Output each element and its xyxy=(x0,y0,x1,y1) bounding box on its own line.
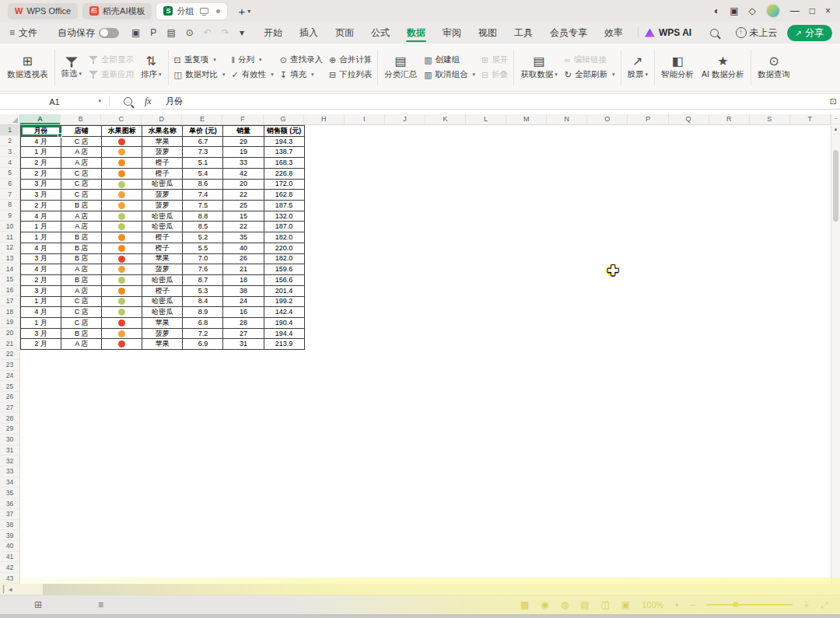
table-cell[interactable]: 5.3 xyxy=(183,285,223,296)
ribbon-button-取消组合[interactable]: ▥取消组合▾ xyxy=(424,69,475,80)
table-cell[interactable]: 25 xyxy=(223,201,264,211)
table-cell[interactable]: C 店 xyxy=(61,168,102,179)
column-header-F[interactable]: F xyxy=(222,114,263,124)
row-header-37[interactable]: 37 xyxy=(0,509,20,520)
table-cell[interactable]: 5.5 xyxy=(183,243,223,253)
table-cell[interactable]: 27 xyxy=(223,328,264,339)
table-cell[interactable]: A 店 xyxy=(61,285,102,296)
ribbon-button-数据透视表[interactable]: ⊞数据透视表 xyxy=(3,47,52,89)
table-cell[interactable]: 201.4 xyxy=(264,285,304,296)
row-header-29[interactable]: 29 xyxy=(0,424,20,435)
ribbon-tab-公式[interactable]: 公式 xyxy=(362,22,398,44)
table-cell[interactable] xyxy=(102,328,142,339)
column-header-G[interactable]: G xyxy=(264,114,304,124)
row-header-6[interactable]: 6 xyxy=(0,179,20,190)
row-header-30[interactable]: 30 xyxy=(0,435,20,445)
table-cell[interactable]: 8.8 xyxy=(183,211,223,222)
table-cell[interactable]: A 店 xyxy=(61,222,102,232)
ribbon-button-下拉列表[interactable]: ⊟下拉列表 xyxy=(329,69,372,80)
header-cell[interactable]: 水果名称 xyxy=(142,126,183,137)
table-cell[interactable]: 哈密瓜 xyxy=(142,307,183,318)
column-header-O[interactable]: O xyxy=(587,114,628,124)
ribbon-button-数据查询[interactable]: ⊙数据查询 xyxy=(754,47,794,89)
splitter-handle[interactable]: − xyxy=(831,114,840,124)
row-header-42[interactable]: 42 xyxy=(0,562,20,573)
ribbon-tab-效率[interactable]: 效率 xyxy=(596,22,632,44)
header-cell[interactable]: 销售额 (元) xyxy=(264,126,304,137)
table-cell[interactable] xyxy=(102,307,142,318)
table-cell[interactable]: 7.3 xyxy=(183,147,223,158)
table-cell[interactable]: 橙子 xyxy=(142,158,183,169)
table-cell[interactable]: 哈密瓜 xyxy=(142,222,183,232)
ribbon-tab-开始[interactable]: 开始 xyxy=(255,22,291,44)
table-cell[interactable]: 4 月 xyxy=(21,211,61,222)
vertical-scrollbar[interactable]: − ▴ xyxy=(831,114,840,584)
table-cell[interactable]: 苹果 xyxy=(142,317,183,328)
table-cell[interactable]: 3 月 xyxy=(21,190,61,201)
ribbon-button-合并计算[interactable]: ⊕合并计算 xyxy=(329,54,372,65)
print-preview-icon[interactable]: ⊙ xyxy=(186,27,194,38)
file-menu-button[interactable]: ≡ 文件 xyxy=(9,26,37,40)
table-cell[interactable]: 1 月 xyxy=(21,222,61,232)
row-header-10[interactable]: 10 xyxy=(0,221,20,232)
table-cell[interactable]: C 店 xyxy=(61,136,102,147)
column-header-E[interactable]: E xyxy=(182,114,222,124)
row-header-43[interactable]: 43 xyxy=(0,573,20,584)
table-cell[interactable]: 7.2 xyxy=(183,328,223,339)
row-header-25[interactable]: 25 xyxy=(0,381,20,392)
table-cell[interactable]: 7.6 xyxy=(183,264,223,275)
table-cell[interactable] xyxy=(102,275,142,286)
macro-record-icon[interactable]: ◍ xyxy=(561,599,569,610)
minimize-button[interactable]: — xyxy=(790,6,800,16)
zoom-level[interactable]: 100% xyxy=(642,600,663,609)
table-cell[interactable]: 4 月 xyxy=(21,136,61,147)
zoom-out-button[interactable]: − xyxy=(690,600,695,609)
table-cell[interactable]: 187.0 xyxy=(264,222,304,232)
sheet-tab-bar[interactable]: ▏◂ xyxy=(0,584,840,595)
table-cell[interactable]: 苹果 xyxy=(142,339,183,350)
column-header-S[interactable]: S xyxy=(750,114,790,124)
table-cell[interactable]: 6.7 xyxy=(183,136,223,147)
print-icon[interactable]: ▤ xyxy=(166,27,175,38)
table-cell[interactable]: 35 xyxy=(223,232,264,243)
zoom-in-button[interactable]: + xyxy=(804,600,809,609)
table-cell[interactable]: 159.6 xyxy=(264,264,304,275)
table-cell[interactable]: 5.4 xyxy=(183,168,223,179)
table-cell[interactable]: 菠萝 xyxy=(142,201,183,211)
table-cell[interactable] xyxy=(102,136,142,147)
column-header-H[interactable]: H xyxy=(304,114,345,124)
table-cell[interactable]: 182.0 xyxy=(264,232,304,243)
ribbon-button-分类汇总[interactable]: ▤分类汇总 xyxy=(380,47,421,89)
table-cell[interactable]: 194.3 xyxy=(264,136,304,147)
maximize-button[interactable]: □ xyxy=(810,6,815,16)
row-header-5[interactable]: 5 xyxy=(0,168,20,179)
table-cell[interactable]: C 店 xyxy=(61,307,102,318)
table-cell[interactable] xyxy=(102,243,142,253)
page-break-view-icon[interactable]: ▣ xyxy=(621,599,630,610)
close-button[interactable]: × xyxy=(825,6,831,16)
table-cell[interactable]: 199.2 xyxy=(264,296,304,307)
new-tab-button[interactable]: + xyxy=(238,5,245,17)
column-header-B[interactable]: B xyxy=(61,114,101,124)
row-header-36[interactable]: 36 xyxy=(0,498,20,509)
table-cell[interactable] xyxy=(102,296,142,307)
row-header-35[interactable]: 35 xyxy=(0,487,20,498)
ribbon-button-股票[interactable]: ↗股票▾ xyxy=(624,47,653,89)
table-cell[interactable]: 26 xyxy=(223,253,264,264)
table-cell[interactable] xyxy=(102,339,142,350)
column-header-K[interactable]: K xyxy=(425,114,466,124)
table-cell[interactable]: 190.4 xyxy=(264,317,304,328)
table-cell[interactable]: 2 月 xyxy=(21,275,61,286)
ribbon-button-AI 数据分析[interactable]: ★AI 数据分析 xyxy=(698,47,748,89)
table-cell[interactable]: 苹果 xyxy=(142,136,183,147)
layout-icon[interactable]: ▣ xyxy=(730,6,738,16)
export-pdf-icon[interactable]: P xyxy=(150,27,156,38)
ribbon-tab-审阅[interactable]: 审阅 xyxy=(434,22,470,44)
table-cell[interactable]: 菠萝 xyxy=(142,190,183,201)
table-cell[interactable]: 菠萝 xyxy=(142,264,183,275)
ribbon-button-填充[interactable]: ↧填充▾ xyxy=(280,69,323,80)
formula-search-icon[interactable] xyxy=(124,97,132,106)
row-header-27[interactable]: 27 xyxy=(0,403,20,414)
ribbon-button-创建组[interactable]: ▥创建组 xyxy=(424,54,475,65)
fullscreen-icon[interactable]: ⤢ xyxy=(821,600,828,610)
